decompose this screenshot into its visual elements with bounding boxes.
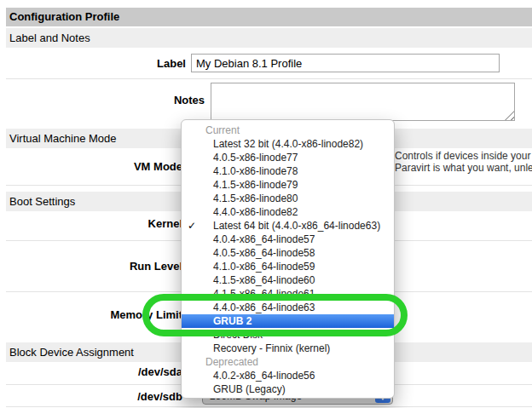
kernel-menu-item[interactable]: 4.1.5-x86-linode80 — [182, 192, 394, 205]
dev-sdb-field-label: /dev/sdb — [6, 390, 182, 403]
kernel-menu-item[interactable]: 4.1.5-x86-linode79 — [182, 178, 394, 192]
notes-field-label: Notes — [6, 94, 205, 106]
label-input[interactable] — [191, 54, 500, 72]
run-level-field-label: Run Level — [6, 260, 182, 273]
kernel-menu-item[interactable]: Recovery - Finnix (kernel) — [182, 342, 394, 355]
kernel-menu-item[interactable]: 4.0.4-x86_64-linode57 — [182, 233, 394, 246]
dev-sda-field-label: /dev/sda — [6, 365, 182, 378]
label-field-label: Label — [6, 57, 186, 70]
kernel-menu-item[interactable]: 4.1.0-x86-linode78 — [182, 164, 394, 178]
vm-mode-help-text: Controls if devices inside your Paravirt… — [395, 150, 532, 175]
kernel-field-label: Kernel — [6, 217, 182, 230]
kernel-menu-item[interactable]: 4.0.2-x86_64-linode56 — [182, 369, 394, 382]
kernel-menu-item[interactable]: 4.1.5-x86_64-linode60 — [182, 273, 394, 287]
kernel-menu-group-current: Current — [182, 124, 394, 137]
kernel-menu-item[interactable]: 4.0.5-x86-linode77 — [182, 151, 394, 164]
kernel-menu-item[interactable]: GRUB (Legacy) — [182, 382, 394, 396]
divider — [6, 78, 532, 79]
kernel-menu-item[interactable]: 4.0.5-x86_64-linode58 — [182, 246, 394, 260]
annotation-ellipse-grub-2 — [142, 294, 408, 336]
checkmark-icon: ✓ — [188, 219, 196, 233]
kernel-menu-group-deprecated: Deprecated — [182, 355, 394, 369]
kernel-menu-item[interactable]: 4.1.0-x86_64-linode59 — [182, 260, 394, 273]
vm-mode-field-label: VM Mode — [6, 160, 182, 173]
kernel-dropdown-menu: Current Latest 32 bit (4.4.0-x86-linode8… — [181, 119, 395, 399]
kernel-menu-item[interactable]: Latest 32 bit (4.4.0-x86-linode82) — [182, 137, 394, 151]
page-title: Configuration Profile — [6, 8, 532, 26]
kernel-menu-item-current-selection[interactable]: ✓ Latest 64 bit (4.4.0-x86_64-linode63) — [182, 219, 394, 233]
divider — [6, 406, 532, 407]
kernel-menu-item[interactable]: 4.4.0-x86-linode82 — [182, 205, 394, 219]
kernel-menu-item-label: Latest 64 bit (4.4.0-x86_64-linode63) — [213, 220, 380, 232]
vm-mode-help-line-2: Paravirt is what you want, unle — [395, 162, 532, 174]
section-header-label-and-notes: Label and Notes — [6, 28, 532, 48]
notes-textarea[interactable] — [211, 83, 515, 121]
vm-mode-help-line-1: Controls if devices inside your — [395, 150, 532, 162]
